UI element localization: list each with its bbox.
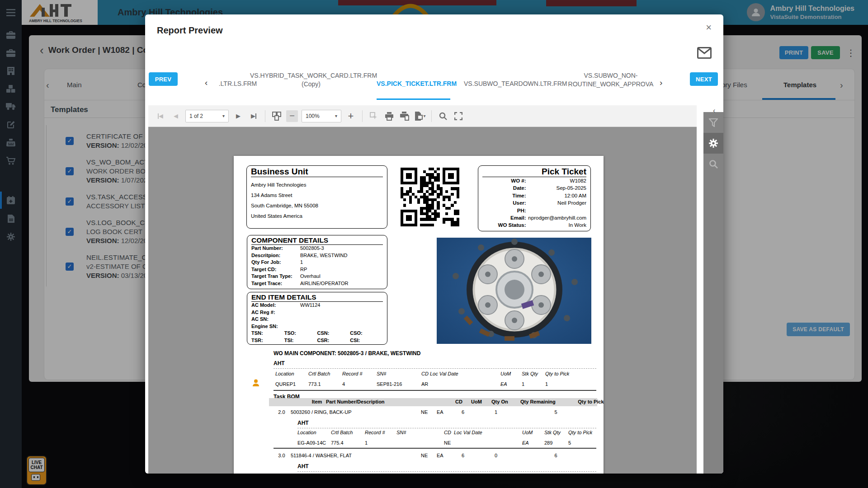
- first-page-icon[interactable]: ◀: [155, 110, 166, 122]
- next-page-icon[interactable]: ▶: [232, 110, 244, 122]
- report-tabs-scroll-left-icon[interactable]: ‹: [205, 78, 208, 88]
- report-tab-hybrid-task-work-card[interactable]: VS.HYBRID_TASK_WORK_CARD.LTR.FRM (Copy): [250, 71, 372, 89]
- fullscreen-icon[interactable]: [453, 110, 464, 122]
- org-name: AHT: [274, 360, 285, 366]
- report-preview-modal: Report Preview × PREV NEXT ‹ .LTR.LS.FRM…: [145, 14, 723, 474]
- end-item-details-box: END ITEM DETAILS AC Model:WW1124 AC Reg …: [247, 292, 387, 345]
- table-divider: [274, 448, 596, 449]
- report-tab-subwo-teardown[interactable]: VS.SUBWO_TEARDOWN.LTR.FRM: [464, 80, 563, 88]
- filter-icon[interactable]: [703, 112, 723, 133]
- business-unit-line: United States America: [251, 213, 383, 219]
- report-page: Business Unit Ambry Hill Technologies 13…: [234, 156, 604, 474]
- task-bom-header-row: ItemPart Number/DescriptionCDUoMQty OnQt…: [269, 398, 597, 406]
- report-settings-gear-icon[interactable]: [703, 133, 723, 154]
- search-document-icon[interactable]: [437, 110, 449, 122]
- close-icon[interactable]: ×: [706, 22, 712, 33]
- stock-header-row: LocationCrtl BatchRecord #SN#CDLoc Val D…: [234, 430, 604, 438]
- report-tab-subwo-nonroutine[interactable]: VS.SUBWO_NON-ROUTINE_WORK_APPROVA: [566, 71, 656, 89]
- business-unit-line: 134 Adams Street: [251, 192, 383, 198]
- qr-code: [401, 168, 459, 226]
- pick-ticket-box: Pick Ticket WO #:W1082 Date:Sep-05-2025 …: [478, 165, 591, 231]
- collapse-panel-icon[interactable]: ‹: [713, 107, 715, 115]
- component-details-box: COMPONENT DETAILS Part Number:5002805-3 …: [247, 235, 387, 289]
- print-report-icon[interactable]: [383, 110, 395, 122]
- stock-data-row: QUREP1773.14SEP81-216AREA11: [234, 381, 604, 389]
- prev-report-button[interactable]: PREV: [149, 72, 178, 86]
- multi-page-view-icon[interactable]: [271, 110, 283, 122]
- zoom-in-icon[interactable]: +: [345, 110, 357, 122]
- stock-data-row: EG-A09-14C775.41NEEA2895: [234, 440, 604, 448]
- report-tabs-scroll-right-icon[interactable]: ›: [660, 78, 662, 88]
- next-report-button[interactable]: NEXT: [690, 72, 718, 86]
- task-bom-item-row: 3.0511846-4 / WASHER, FLATNEEA606: [234, 453, 604, 461]
- print-page-icon[interactable]: [399, 110, 410, 122]
- business-unit-line: Ambry Hill Technologies: [251, 182, 383, 188]
- viewer-toolbar: ◀ ◀ 1 of 2▾ ▶ ▶ − 100%▾ +: [148, 105, 697, 127]
- previous-page-icon[interactable]: ◀: [170, 110, 182, 122]
- search-panel-icon[interactable]: [703, 154, 723, 174]
- viewer-canvas[interactable]: Business Unit Ambry Hill Technologies 13…: [148, 127, 697, 474]
- export-save-icon[interactable]: ▾: [414, 110, 426, 122]
- report-tab-pick-ticket[interactable]: VS.PICK_TICKET.LTR.FRM: [377, 80, 450, 88]
- page-select[interactable]: 1 of 2▾: [185, 110, 229, 122]
- dashed-divider: [274, 368, 596, 369]
- modal-title: Report Preview: [157, 25, 223, 36]
- report-viewer: ◀ ◀ 1 of 2▾ ▶ ▶ − 100%▾ +: [148, 105, 697, 474]
- viewer-side-toolbar: [703, 112, 723, 474]
- dashed-divider: [297, 471, 596, 472]
- last-page-icon[interactable]: ▶: [248, 110, 259, 122]
- email-icon[interactable]: [697, 47, 712, 61]
- business-unit-title: Business Unit: [251, 167, 383, 177]
- select-tool-icon[interactable]: [368, 110, 380, 122]
- stock-header-row: LocationCrtl BatchRecord #SN#CDLoc Val D…: [234, 371, 604, 379]
- business-unit-line: South Cambridge, MN 55008: [251, 203, 383, 208]
- zoom-select[interactable]: 100%▾: [302, 110, 341, 122]
- task-bom-item-row: 2.05003260 / RING, BACK-UPNEEA615: [234, 409, 604, 418]
- org-name: AHT: [297, 420, 309, 426]
- wo-main-component-line: WO MAIN COMPONENT: 5002805-3 / BRAKE, WE…: [274, 350, 420, 357]
- org-name: AHT: [297, 463, 309, 469]
- brake-photo: [437, 238, 591, 344]
- business-unit-box: Business Unit Ambry Hill Technologies 13…: [246, 165, 387, 229]
- end-item-details-title: END ITEM DETAILS: [251, 293, 383, 302]
- pick-ticket-title: Pick Ticket: [482, 167, 586, 177]
- report-tab-active-underline: [377, 99, 450, 100]
- dashed-divider: [297, 428, 596, 428]
- zoom-out-icon[interactable]: −: [286, 110, 298, 122]
- screen: AMBRY HILL TECHNOLOGIES Ambry Hill Techn…: [0, 0, 868, 488]
- component-details-title: COMPONENT DETAILS: [251, 236, 383, 245]
- table-divider: [274, 390, 596, 391]
- stock-header-row: LocationCrtl BatchRecord #SN#CDLoc Val D…: [234, 473, 604, 474]
